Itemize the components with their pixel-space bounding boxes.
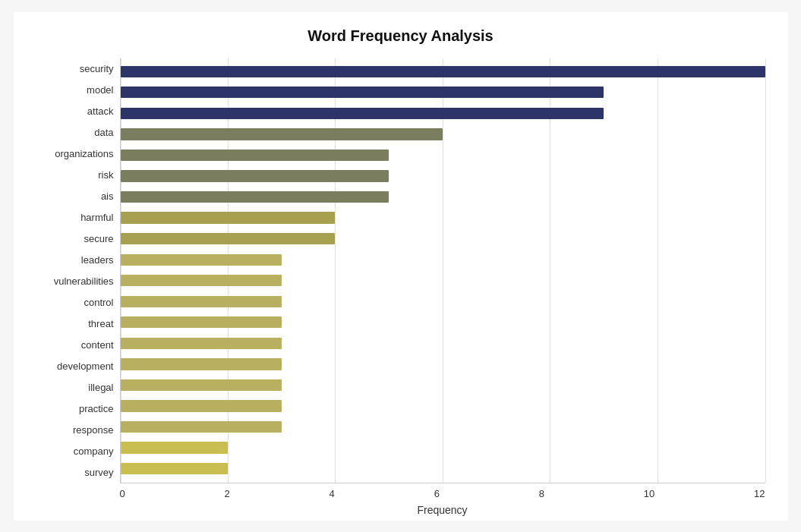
bar-row-threat — [121, 312, 765, 333]
bar-row-control — [121, 291, 765, 313]
bar-row-development — [121, 354, 765, 375]
bar-vulnerabilities — [121, 275, 282, 286]
y-label-company: company — [36, 446, 120, 456]
x-tick-0: 0 — [120, 488, 125, 499]
y-label-security: security — [36, 64, 120, 74]
bar-leaders — [121, 254, 282, 266]
x-axis-title: Frequency — [120, 504, 765, 516]
y-label-risk: risk — [36, 170, 120, 180]
bar-row-leaders — [121, 249, 765, 270]
bar-row-risk — [121, 165, 765, 187]
y-label-development: development — [36, 361, 120, 371]
y-label-content: content — [36, 340, 120, 350]
bar-data — [121, 128, 443, 140]
bars-section — [120, 58, 765, 483]
bar-illegal — [121, 379, 282, 391]
x-tick-4: 4 — [330, 488, 335, 499]
bars-wrapper — [121, 58, 765, 483]
y-label-survey: survey — [36, 467, 120, 477]
bar-row-attack — [121, 103, 765, 124]
bar-company — [121, 442, 228, 453]
x-tick-10: 10 — [644, 488, 654, 499]
bar-row-practice — [121, 395, 765, 417]
chart-container: Word Frequency Analysis securitymodelatt… — [14, 12, 788, 521]
chart-area: securitymodelattackdataorganizationsrisk… — [36, 58, 765, 483]
bar-attack — [121, 108, 604, 119]
bar-row-content — [121, 333, 765, 354]
bar-row-data — [121, 124, 765, 145]
bar-row-survey — [121, 458, 765, 480]
bar-security — [121, 66, 765, 77]
bar-content — [121, 338, 282, 349]
x-axis-labels: 024681012 — [120, 483, 765, 501]
y-label-practice: practice — [36, 404, 120, 414]
bar-row-model — [121, 82, 765, 103]
bar-row-secure — [121, 228, 765, 250]
bar-survey — [121, 463, 228, 474]
bar-model — [121, 87, 604, 98]
bar-row-ais — [121, 187, 765, 208]
bar-row-company — [121, 437, 765, 458]
y-label-secure: secure — [36, 234, 120, 244]
bar-development — [121, 358, 282, 370]
bar-harmful — [121, 212, 336, 223]
y-label-ais: ais — [36, 191, 120, 201]
y-label-response: response — [36, 425, 120, 435]
grid-line-12 — [765, 58, 766, 483]
bar-secure — [121, 233, 336, 244]
bar-risk — [121, 170, 389, 181]
bar-row-organizations — [121, 145, 765, 166]
x-tick-12: 12 — [754, 488, 765, 499]
bar-row-illegal — [121, 375, 765, 396]
bar-ais — [121, 191, 389, 203]
bar-threat — [121, 316, 282, 328]
x-tick-2: 2 — [225, 488, 230, 499]
y-labels: securitymodelattackdataorganizationsrisk… — [36, 58, 120, 483]
bar-row-vulnerabilities — [121, 270, 765, 291]
y-label-organizations: organizations — [36, 149, 120, 159]
y-label-illegal: illegal — [36, 382, 120, 392]
bar-row-response — [121, 417, 765, 438]
x-tick-6: 6 — [434, 488, 440, 499]
y-label-model: model — [36, 85, 120, 95]
x-tick-8: 8 — [539, 488, 544, 499]
y-label-data: data — [36, 127, 120, 137]
y-label-harmful: harmful — [36, 212, 120, 222]
y-label-leaders: leaders — [36, 255, 120, 265]
bar-row-harmful — [121, 207, 765, 228]
bar-control — [121, 296, 282, 307]
bar-organizations — [121, 150, 389, 161]
y-label-attack: attack — [36, 106, 120, 116]
y-label-threat: threat — [36, 319, 120, 329]
bar-practice — [121, 400, 282, 411]
bar-response — [121, 421, 282, 433]
bar-row-security — [121, 61, 765, 83]
y-label-vulnerabilities: vulnerabilities — [36, 276, 120, 286]
y-label-control: control — [36, 297, 120, 307]
chart-title: Word Frequency Analysis — [36, 27, 765, 45]
